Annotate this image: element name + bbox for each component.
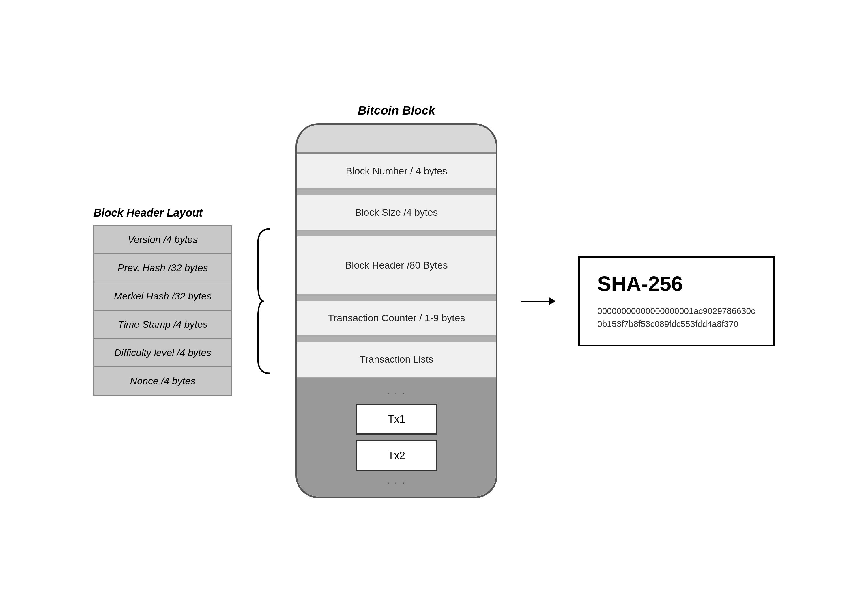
diagram-wrapper: Block Header Layout Version /4 bytes Pre… [93, 104, 775, 498]
transactions-area: · · · Tx1 Tx2 · · · [297, 378, 496, 497]
main-container: Block Header Layout Version /4 bytes Pre… [0, 0, 868, 602]
transaction-counter-row: Transaction Counter / 1-9 bytes [297, 301, 496, 337]
header-items-list: Version /4 bytes Prev. Hash /32 bytes Me… [93, 225, 232, 396]
curly-brace-container [255, 226, 272, 376]
header-item-nonce: Nonce /4 bytes [93, 366, 232, 396]
separator-3 [297, 296, 496, 301]
separator-2 [297, 231, 496, 236]
sha-title: SHA-256 [597, 272, 755, 296]
sha-hash: 00000000000000000001ac9029786630c0b153f7… [597, 304, 755, 330]
separator-4 [297, 337, 496, 342]
bitcoin-block-title: Bitcoin Block [358, 104, 435, 118]
arrow-container [520, 301, 555, 302]
separator-1 [297, 190, 496, 195]
block-top-cap [297, 125, 496, 154]
sha-section: SHA-256 00000000000000000001ac9029786630… [578, 256, 775, 347]
curly-brace-svg [255, 226, 272, 376]
header-item-prev-hash: Prev. Hash /32 bytes [93, 253, 232, 281]
block-header-layout-title: Block Header Layout [93, 207, 232, 219]
bitcoin-block-section: Bitcoin Block Block Number / 4 bytes Blo… [295, 104, 498, 498]
block-header-row: Block Header /80 Bytes [297, 236, 496, 296]
header-item-difficulty: Difficulty level /4 bytes [93, 338, 232, 366]
block-header-layout-section: Block Header Layout Version /4 bytes Pre… [93, 207, 232, 396]
sha-box: SHA-256 00000000000000000001ac9029786630… [578, 256, 775, 347]
tx2-box: Tx2 [356, 440, 437, 471]
header-item-merkel-hash: Merkel Hash /32 bytes [93, 281, 232, 310]
header-item-time-stamp: Time Stamp /4 bytes [93, 310, 232, 338]
block-container: Block Number / 4 bytes Block Size /4 byt… [295, 123, 498, 498]
block-size-row: Block Size /4 bytes [297, 195, 496, 231]
tx-dots-top: · · · [387, 387, 406, 398]
transaction-list-row: Transaction Lists [297, 342, 496, 378]
header-item-version: Version /4 bytes [93, 225, 232, 253]
block-number-row: Block Number / 4 bytes [297, 154, 496, 190]
tx1-box: Tx1 [356, 404, 437, 435]
arrow-line [520, 301, 555, 302]
tx-dots-bottom: · · · [387, 477, 406, 488]
